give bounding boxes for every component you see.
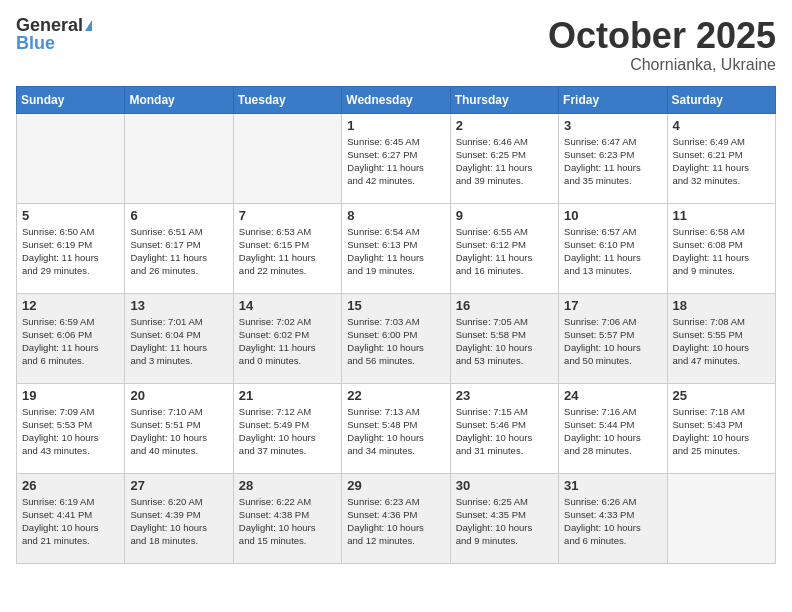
- day-number: 6: [130, 208, 227, 223]
- calendar-cell: 31Sunrise: 6:26 AM Sunset: 4:33 PM Dayli…: [559, 473, 667, 563]
- logo-general-text: General: [16, 16, 83, 34]
- day-number: 5: [22, 208, 119, 223]
- calendar-week-row: 19Sunrise: 7:09 AM Sunset: 5:53 PM Dayli…: [17, 383, 776, 473]
- day-info: Sunrise: 6:51 AM Sunset: 6:17 PM Dayligh…: [130, 225, 227, 278]
- day-number: 12: [22, 298, 119, 313]
- day-info: Sunrise: 6:57 AM Sunset: 6:10 PM Dayligh…: [564, 225, 661, 278]
- calendar-cell: 27Sunrise: 6:20 AM Sunset: 4:39 PM Dayli…: [125, 473, 233, 563]
- day-info: Sunrise: 6:47 AM Sunset: 6:23 PM Dayligh…: [564, 135, 661, 188]
- day-info: Sunrise: 6:25 AM Sunset: 4:35 PM Dayligh…: [456, 495, 553, 548]
- weekday-header: Thursday: [450, 86, 558, 113]
- calendar-cell: 16Sunrise: 7:05 AM Sunset: 5:58 PM Dayli…: [450, 293, 558, 383]
- weekday-header: Friday: [559, 86, 667, 113]
- calendar-cell: 19Sunrise: 7:09 AM Sunset: 5:53 PM Dayli…: [17, 383, 125, 473]
- day-number: 23: [456, 388, 553, 403]
- day-number: 27: [130, 478, 227, 493]
- day-number: 24: [564, 388, 661, 403]
- day-number: 28: [239, 478, 336, 493]
- weekday-header: Tuesday: [233, 86, 341, 113]
- location: Chornianka, Ukraine: [548, 56, 776, 74]
- day-number: 8: [347, 208, 444, 223]
- calendar-cell: 25Sunrise: 7:18 AM Sunset: 5:43 PM Dayli…: [667, 383, 775, 473]
- calendar-cell: 3Sunrise: 6:47 AM Sunset: 6:23 PM Daylig…: [559, 113, 667, 203]
- day-info: Sunrise: 6:20 AM Sunset: 4:39 PM Dayligh…: [130, 495, 227, 548]
- calendar-cell: [233, 113, 341, 203]
- calendar-cell: 26Sunrise: 6:19 AM Sunset: 4:41 PM Dayli…: [17, 473, 125, 563]
- calendar-cell: 5Sunrise: 6:50 AM Sunset: 6:19 PM Daylig…: [17, 203, 125, 293]
- weekday-header: Sunday: [17, 86, 125, 113]
- day-info: Sunrise: 6:55 AM Sunset: 6:12 PM Dayligh…: [456, 225, 553, 278]
- calendar-table: SundayMondayTuesdayWednesdayThursdayFrid…: [16, 86, 776, 564]
- day-number: 15: [347, 298, 444, 313]
- day-info: Sunrise: 6:46 AM Sunset: 6:25 PM Dayligh…: [456, 135, 553, 188]
- day-info: Sunrise: 6:23 AM Sunset: 4:36 PM Dayligh…: [347, 495, 444, 548]
- calendar-week-row: 1Sunrise: 6:45 AM Sunset: 6:27 PM Daylig…: [17, 113, 776, 203]
- day-number: 7: [239, 208, 336, 223]
- day-info: Sunrise: 7:01 AM Sunset: 6:04 PM Dayligh…: [130, 315, 227, 368]
- day-info: Sunrise: 6:26 AM Sunset: 4:33 PM Dayligh…: [564, 495, 661, 548]
- day-number: 11: [673, 208, 770, 223]
- calendar-cell: 10Sunrise: 6:57 AM Sunset: 6:10 PM Dayli…: [559, 203, 667, 293]
- calendar-week-row: 5Sunrise: 6:50 AM Sunset: 6:19 PM Daylig…: [17, 203, 776, 293]
- calendar-cell: 8Sunrise: 6:54 AM Sunset: 6:13 PM Daylig…: [342, 203, 450, 293]
- calendar-cell: 15Sunrise: 7:03 AM Sunset: 6:00 PM Dayli…: [342, 293, 450, 383]
- calendar-cell: 24Sunrise: 7:16 AM Sunset: 5:44 PM Dayli…: [559, 383, 667, 473]
- month-title: October 2025: [548, 16, 776, 56]
- title-block: October 2025 Chornianka, Ukraine: [548, 16, 776, 74]
- calendar-cell: 29Sunrise: 6:23 AM Sunset: 4:36 PM Dayli…: [342, 473, 450, 563]
- day-number: 30: [456, 478, 553, 493]
- calendar-cell: 12Sunrise: 6:59 AM Sunset: 6:06 PM Dayli…: [17, 293, 125, 383]
- day-number: 1: [347, 118, 444, 133]
- logo-blue-text: Blue: [16, 33, 55, 53]
- logo-triangle-icon: [85, 20, 92, 31]
- day-info: Sunrise: 6:50 AM Sunset: 6:19 PM Dayligh…: [22, 225, 119, 278]
- day-info: Sunrise: 7:09 AM Sunset: 5:53 PM Dayligh…: [22, 405, 119, 458]
- page-header: General Blue October 2025 Chornianka, Uk…: [16, 16, 776, 74]
- day-number: 31: [564, 478, 661, 493]
- day-number: 10: [564, 208, 661, 223]
- day-info: Sunrise: 6:59 AM Sunset: 6:06 PM Dayligh…: [22, 315, 119, 368]
- day-number: 17: [564, 298, 661, 313]
- weekday-header: Saturday: [667, 86, 775, 113]
- day-info: Sunrise: 7:15 AM Sunset: 5:46 PM Dayligh…: [456, 405, 553, 458]
- day-info: Sunrise: 6:54 AM Sunset: 6:13 PM Dayligh…: [347, 225, 444, 278]
- day-number: 14: [239, 298, 336, 313]
- calendar-cell: 18Sunrise: 7:08 AM Sunset: 5:55 PM Dayli…: [667, 293, 775, 383]
- day-number: 20: [130, 388, 227, 403]
- day-number: 9: [456, 208, 553, 223]
- day-info: Sunrise: 7:03 AM Sunset: 6:00 PM Dayligh…: [347, 315, 444, 368]
- day-info: Sunrise: 6:49 AM Sunset: 6:21 PM Dayligh…: [673, 135, 770, 188]
- day-number: 22: [347, 388, 444, 403]
- day-number: 3: [564, 118, 661, 133]
- logo: General Blue: [16, 16, 92, 53]
- day-number: 21: [239, 388, 336, 403]
- day-number: 13: [130, 298, 227, 313]
- weekday-header: Wednesday: [342, 86, 450, 113]
- calendar-cell: 28Sunrise: 6:22 AM Sunset: 4:38 PM Dayli…: [233, 473, 341, 563]
- day-info: Sunrise: 7:12 AM Sunset: 5:49 PM Dayligh…: [239, 405, 336, 458]
- day-info: Sunrise: 7:18 AM Sunset: 5:43 PM Dayligh…: [673, 405, 770, 458]
- day-info: Sunrise: 6:19 AM Sunset: 4:41 PM Dayligh…: [22, 495, 119, 548]
- calendar-cell: 17Sunrise: 7:06 AM Sunset: 5:57 PM Dayli…: [559, 293, 667, 383]
- calendar-week-row: 26Sunrise: 6:19 AM Sunset: 4:41 PM Dayli…: [17, 473, 776, 563]
- day-info: Sunrise: 7:16 AM Sunset: 5:44 PM Dayligh…: [564, 405, 661, 458]
- day-info: Sunrise: 7:08 AM Sunset: 5:55 PM Dayligh…: [673, 315, 770, 368]
- day-number: 18: [673, 298, 770, 313]
- calendar-cell: 13Sunrise: 7:01 AM Sunset: 6:04 PM Dayli…: [125, 293, 233, 383]
- day-info: Sunrise: 6:22 AM Sunset: 4:38 PM Dayligh…: [239, 495, 336, 548]
- day-info: Sunrise: 6:45 AM Sunset: 6:27 PM Dayligh…: [347, 135, 444, 188]
- weekday-header-row: SundayMondayTuesdayWednesdayThursdayFrid…: [17, 86, 776, 113]
- day-number: 2: [456, 118, 553, 133]
- day-number: 4: [673, 118, 770, 133]
- calendar-cell: 22Sunrise: 7:13 AM Sunset: 5:48 PM Dayli…: [342, 383, 450, 473]
- day-number: 16: [456, 298, 553, 313]
- calendar-cell: 21Sunrise: 7:12 AM Sunset: 5:49 PM Dayli…: [233, 383, 341, 473]
- day-number: 26: [22, 478, 119, 493]
- day-info: Sunrise: 7:06 AM Sunset: 5:57 PM Dayligh…: [564, 315, 661, 368]
- weekday-header: Monday: [125, 86, 233, 113]
- day-info: Sunrise: 7:10 AM Sunset: 5:51 PM Dayligh…: [130, 405, 227, 458]
- calendar-cell: 9Sunrise: 6:55 AM Sunset: 6:12 PM Daylig…: [450, 203, 558, 293]
- day-number: 25: [673, 388, 770, 403]
- calendar-week-row: 12Sunrise: 6:59 AM Sunset: 6:06 PM Dayli…: [17, 293, 776, 383]
- calendar-cell: 1Sunrise: 6:45 AM Sunset: 6:27 PM Daylig…: [342, 113, 450, 203]
